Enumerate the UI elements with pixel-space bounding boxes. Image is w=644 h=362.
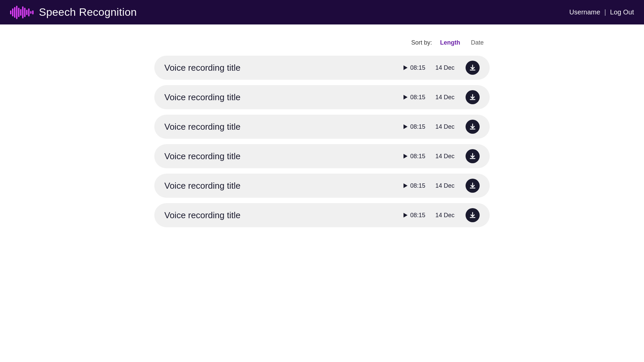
sort-label: Sort by:: [411, 39, 432, 46]
svg-rect-1: [12, 8, 13, 16]
download-icon: [469, 64, 476, 71]
duration-text: 08:15: [410, 182, 425, 189]
download-button[interactable]: [466, 90, 480, 104]
play-icon: [404, 213, 408, 218]
recording-title: Voice recording title: [164, 92, 404, 103]
svg-rect-4: [18, 8, 19, 17]
svg-rect-2: [14, 7, 15, 18]
recording-title: Voice recording title: [164, 210, 404, 221]
recording-duration: 08:15: [404, 64, 425, 71]
download-icon: [469, 123, 476, 130]
download-button[interactable]: [466, 179, 480, 193]
svg-rect-10: [30, 11, 32, 14]
recording-meta: 08:15 14 Dec: [404, 61, 480, 75]
play-icon: [404, 124, 408, 129]
download-button[interactable]: [466, 61, 480, 75]
recording-item: Voice recording title 08:15 14 Dec: [154, 56, 490, 80]
recording-meta: 08:15 14 Dec: [404, 179, 480, 193]
header-left: Speech Recognition: [10, 5, 137, 20]
play-icon: [404, 183, 408, 188]
recording-title: Voice recording title: [164, 122, 404, 132]
svg-rect-11: [32, 10, 34, 14]
recording-meta: 08:15 14 Dec: [404, 149, 480, 163]
recording-duration: 08:15: [404, 182, 425, 189]
svg-rect-3: [16, 6, 17, 19]
recording-date: 14 Dec: [435, 153, 455, 160]
svg-rect-5: [20, 9, 21, 16]
duration-text: 08:15: [410, 123, 425, 130]
play-icon: [404, 65, 408, 70]
logout-button[interactable]: Log Out: [610, 8, 634, 16]
header-separator: |: [604, 8, 606, 16]
download-icon: [469, 153, 476, 160]
app-header: Speech Recognition Username | Log Out: [0, 0, 644, 24]
recording-duration: 08:15: [404, 94, 425, 101]
play-icon: [404, 154, 408, 159]
recording-meta: 08:15 14 Dec: [404, 120, 480, 134]
download-button[interactable]: [466, 120, 480, 134]
svg-rect-7: [24, 8, 25, 17]
recording-date: 14 Dec: [435, 182, 455, 189]
download-button[interactable]: [466, 149, 480, 163]
recording-date: 14 Dec: [435, 212, 455, 219]
sort-by-length[interactable]: Length: [437, 38, 463, 48]
download-icon: [469, 182, 476, 189]
recording-title: Voice recording title: [164, 151, 404, 162]
recording-meta: 08:15 14 Dec: [404, 208, 480, 222]
header-right: Username | Log Out: [569, 8, 634, 16]
main-content: Sort by: Length Date Voice recording tit…: [148, 24, 496, 241]
recording-title: Voice recording title: [164, 181, 404, 191]
app-logo: [10, 5, 34, 20]
recording-duration: 08:15: [404, 212, 425, 219]
recording-item: Voice recording title 08:15 14 Dec: [154, 85, 490, 109]
svg-rect-9: [28, 8, 30, 16]
duration-text: 08:15: [410, 94, 425, 101]
duration-text: 08:15: [410, 153, 425, 160]
recordings-list: Voice recording title 08:15 14 Dec Voice…: [154, 56, 490, 227]
recording-item: Voice recording title 08:15 14 Dec: [154, 115, 490, 139]
sort-by-date[interactable]: Date: [468, 38, 486, 48]
recording-title: Voice recording title: [164, 63, 404, 73]
svg-rect-8: [26, 10, 28, 15]
recording-meta: 08:15 14 Dec: [404, 90, 480, 104]
username-label: Username: [569, 8, 600, 16]
download-icon: [469, 212, 476, 219]
recording-date: 14 Dec: [435, 64, 455, 71]
app-title: Speech Recognition: [39, 6, 137, 18]
play-icon: [404, 95, 408, 100]
duration-text: 08:15: [410, 212, 425, 219]
svg-rect-6: [22, 6, 23, 18]
recording-date: 14 Dec: [435, 94, 455, 101]
recording-item: Voice recording title 08:15 14 Dec: [154, 144, 490, 168]
download-icon: [469, 94, 476, 101]
duration-text: 08:15: [410, 64, 425, 71]
recording-duration: 08:15: [404, 153, 425, 160]
recording-item: Voice recording title 08:15 14 Dec: [154, 174, 490, 198]
sort-bar: Sort by: Length Date: [154, 38, 490, 48]
download-button[interactable]: [466, 208, 480, 222]
recording-item: Voice recording title 08:15 14 Dec: [154, 203, 490, 227]
recording-duration: 08:15: [404, 123, 425, 130]
recording-date: 14 Dec: [435, 123, 455, 130]
svg-rect-0: [10, 10, 11, 14]
